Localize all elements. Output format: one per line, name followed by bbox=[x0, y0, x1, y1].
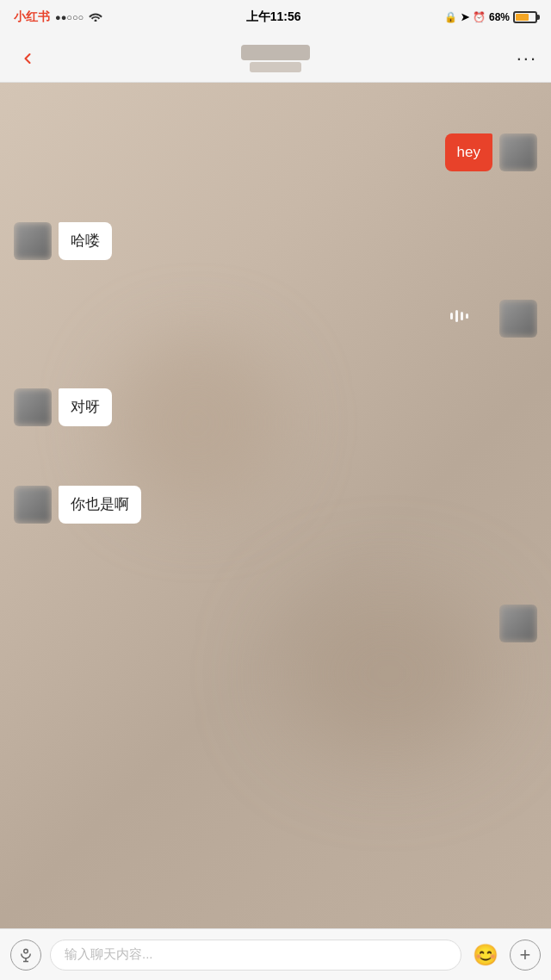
contact-avatar bbox=[14, 486, 52, 524]
voice-button[interactable] bbox=[10, 940, 41, 971]
more-button[interactable]: ··· bbox=[517, 47, 537, 70]
bubble-hey: hey bbox=[445, 133, 492, 171]
app-name: 小红书 bbox=[14, 9, 50, 25]
contact-avatar bbox=[14, 388, 52, 426]
bubble-niyeshi: 你也是啊 bbox=[59, 486, 141, 524]
bubble-halo: 哈喽 bbox=[59, 222, 112, 260]
alarm-icon: ⏰ bbox=[473, 11, 486, 23]
my-avatar bbox=[499, 300, 537, 338]
signal-dots: ●●○○○ bbox=[55, 12, 84, 22]
contact-avatar bbox=[14, 222, 52, 260]
svg-point-0 bbox=[24, 949, 28, 953]
status-bar: 小红书 ●●○○○ 上午11:56 🔒 ➤ ⏰ 68% bbox=[0, 0, 551, 34]
emoji-button[interactable]: 😊 bbox=[470, 940, 501, 971]
contact-sub-blurred bbox=[250, 62, 301, 72]
input-placeholder: 输入聊天内容... bbox=[65, 946, 153, 963]
nav-title bbox=[241, 45, 310, 72]
status-right: 🔒 ➤ ⏰ 68% bbox=[444, 11, 537, 23]
battery-pct: 68% bbox=[489, 11, 510, 23]
back-button[interactable] bbox=[14, 45, 41, 72]
wifi-icon bbox=[89, 11, 102, 24]
lock-icon: 🔒 bbox=[444, 11, 457, 23]
nav-bar: ··· bbox=[0, 34, 551, 83]
my-avatar bbox=[499, 605, 537, 642]
chat-input[interactable]: 输入聊天内容... bbox=[50, 940, 461, 971]
status-left: 小红书 ●●○○○ bbox=[14, 9, 102, 25]
add-button[interactable]: + bbox=[510, 940, 541, 971]
battery-icon bbox=[513, 11, 537, 23]
bubble-duiya: 对呀 bbox=[59, 388, 112, 426]
my-avatar bbox=[499, 133, 537, 171]
status-time: 上午11:56 bbox=[246, 9, 301, 25]
contact-name-blurred bbox=[241, 45, 310, 60]
location-icon: ➤ bbox=[461, 11, 469, 23]
bottom-bar: 输入聊天内容... 😊 + bbox=[0, 928, 551, 980]
